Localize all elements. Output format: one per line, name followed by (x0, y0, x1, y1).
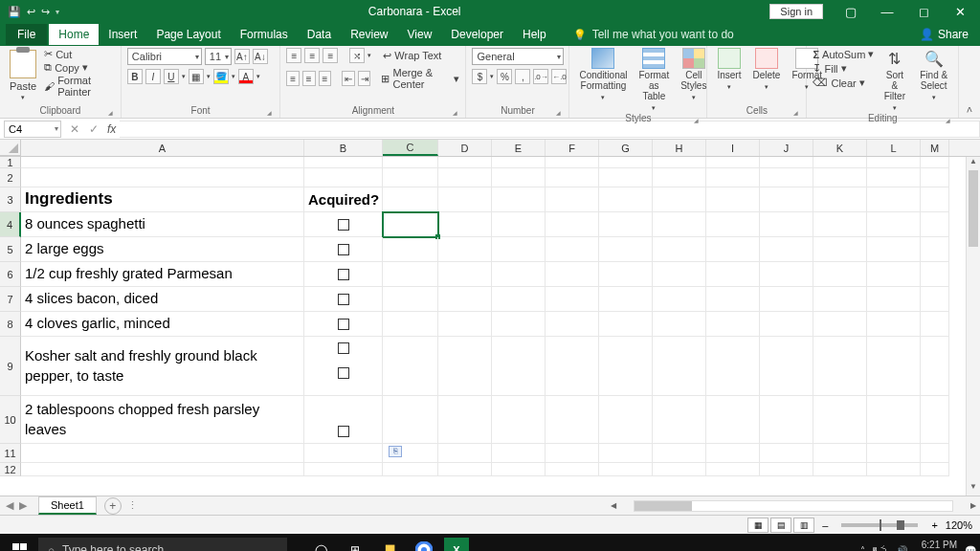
scroll-right-icon[interactable]: ▶ (967, 501, 980, 510)
cell-C7[interactable] (383, 287, 438, 312)
cell-K12[interactable] (813, 463, 867, 476)
cell-I4[interactable] (706, 212, 760, 237)
cell-A7[interactable]: 4 slices bacon, diced (21, 287, 304, 312)
cell-M2[interactable] (921, 168, 949, 187)
cell-B4[interactable] (304, 212, 383, 237)
align-bottom-icon[interactable]: ≡ (323, 48, 338, 63)
cell-K4[interactable] (813, 212, 867, 237)
tab-help[interactable]: Help (513, 24, 556, 45)
cell-I8[interactable] (706, 312, 760, 337)
cell-G2[interactable] (599, 168, 653, 187)
system-tray[interactable]: ˄ �స 🔊 6:21 PM 9/14/2021 💬 (860, 540, 981, 551)
tab-home[interactable]: Home (49, 24, 99, 45)
row-header-3[interactable]: 3 (0, 187, 21, 212)
cell-M9[interactable] (921, 337, 949, 396)
increase-indent-icon[interactable]: ⇥ (358, 71, 371, 86)
cell-D10[interactable] (438, 396, 492, 444)
cell-H8[interactable] (653, 312, 706, 337)
cell-styles-button[interactable]: Cell Styles▾ (677, 48, 710, 102)
checkbox-icon[interactable] (338, 342, 349, 354)
cell-K7[interactable] (813, 287, 867, 312)
cell-D11[interactable] (438, 444, 492, 463)
cell-J5[interactable] (760, 237, 813, 262)
cell-H10[interactable] (653, 396, 706, 444)
cell-A9[interactable]: Kosher salt and freshly ground black pep… (21, 337, 304, 396)
cell-L2[interactable] (867, 168, 921, 187)
cell-H5[interactable] (653, 237, 706, 262)
clear-button[interactable]: ⌫ Clear ▾ (813, 77, 874, 89)
col-header-J[interactable]: J (760, 140, 813, 156)
cell-H7[interactable] (653, 287, 706, 312)
cell-J11[interactable] (760, 444, 813, 463)
collapse-ribbon-icon[interactable]: ʌ (959, 99, 980, 118)
cell-F3[interactable] (546, 187, 599, 212)
cell-G10[interactable] (599, 396, 653, 444)
cell-E11[interactable] (492, 444, 546, 463)
cell-M3[interactable] (921, 187, 949, 212)
tab-view[interactable]: View (398, 24, 442, 45)
cell-D6[interactable] (438, 262, 492, 287)
cell-M10[interactable] (921, 396, 949, 444)
vertical-scrollbar[interactable]: ▲ ▼ (966, 157, 980, 496)
cut-button[interactable]: ✂Cut (44, 48, 115, 60)
align-middle-icon[interactable]: ≡ (304, 48, 320, 63)
maximize-button[interactable]: ◻ (907, 5, 940, 19)
cell-B12[interactable] (304, 463, 383, 476)
wifi-icon[interactable]: �స (873, 545, 888, 552)
decrease-font-icon[interactable]: A↓ (253, 49, 268, 64)
chrome-icon[interactable] (410, 538, 438, 551)
cell-L12[interactable] (867, 463, 921, 476)
cell-J1[interactable] (760, 157, 813, 168)
italic-button[interactable]: I (145, 69, 161, 84)
hscroll-thumb[interactable] (635, 501, 692, 511)
cell-D2[interactable] (438, 168, 492, 187)
cell-M5[interactable] (921, 237, 949, 262)
cell-G5[interactable] (599, 237, 653, 262)
tab-split-icon[interactable]: ⋮ (127, 499, 138, 512)
cell-C6[interactable] (383, 262, 438, 287)
cell-F1[interactable] (546, 157, 599, 168)
zoom-slider[interactable] (841, 523, 918, 527)
cell-M6[interactable] (921, 262, 949, 287)
cell-M8[interactable] (921, 312, 949, 337)
cell-J3[interactable] (760, 187, 813, 212)
cell-M11[interactable] (921, 444, 949, 463)
checkbox-icon[interactable] (338, 319, 349, 330)
cell-I12[interactable] (706, 463, 760, 476)
ribbon-options-icon[interactable]: ▢ (835, 5, 867, 19)
cell-I7[interactable] (706, 287, 760, 312)
cell-B3[interactable]: Acquired? (304, 187, 383, 212)
excel-taskbar-icon[interactable]: X (444, 538, 469, 551)
cell-E9[interactable] (492, 337, 546, 396)
tray-chevron-icon[interactable]: ˄ (860, 545, 865, 552)
cell-C2[interactable] (383, 168, 438, 187)
align-right-icon[interactable]: ≡ (319, 71, 332, 86)
cell-K3[interactable] (813, 187, 867, 212)
font-size-combo[interactable]: 11 (205, 48, 232, 65)
cell-F6[interactable] (546, 262, 599, 287)
cell-L3[interactable] (867, 187, 921, 212)
cell-G12[interactable] (599, 463, 653, 476)
cell-E2[interactable] (492, 168, 546, 187)
row-header-8[interactable]: 8 (0, 312, 21, 337)
font-color-button[interactable]: A (238, 69, 254, 84)
zoom-level[interactable]: 120% (946, 519, 972, 531)
checkbox-icon[interactable] (338, 367, 349, 379)
cell-L5[interactable] (867, 237, 921, 262)
cell-L1[interactable] (867, 157, 921, 168)
number-format-combo[interactable]: General (472, 48, 564, 65)
comma-format-icon[interactable]: , (515, 69, 530, 84)
cell-A12[interactable] (21, 463, 304, 476)
cell-C8[interactable] (383, 312, 438, 337)
cell-A6[interactable]: 1/2 cup freshly grated Parmesan (21, 262, 304, 287)
horizontal-scrollbar[interactable]: ◀ ▶ (607, 499, 980, 513)
row-header-6[interactable]: 6 (0, 262, 21, 287)
cell-A2[interactable] (21, 168, 304, 187)
cell-J4[interactable] (760, 212, 813, 237)
cell-K9[interactable] (813, 337, 867, 396)
cell-B10[interactable] (304, 396, 383, 444)
cell-F10[interactable] (546, 396, 599, 444)
conditional-formatting-button[interactable]: Conditional Formatting▾ (575, 48, 631, 102)
delete-cells-button[interactable]: Delete▾ (748, 48, 784, 92)
scroll-left-icon[interactable]: ◀ (607, 501, 620, 510)
